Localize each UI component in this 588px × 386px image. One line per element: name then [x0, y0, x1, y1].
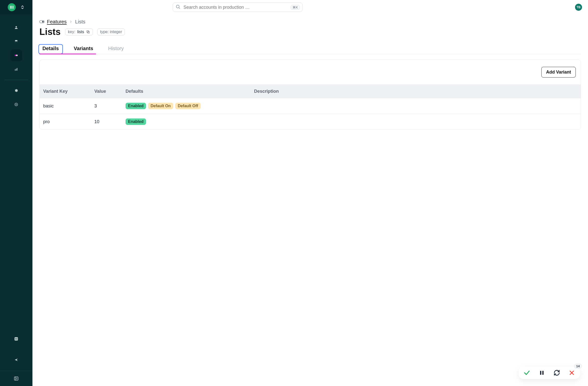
enabled-tag: Enabled [126, 103, 146, 109]
tab-focus-ring [38, 44, 63, 54]
cell-key: basic [40, 98, 91, 114]
type-chip: type: integer [97, 28, 125, 35]
svg-rect-1 [11, 6, 12, 9]
breadcrumb-root-link[interactable]: Features [47, 19, 67, 25]
default-tag: Default Off [175, 103, 201, 109]
cell-defaults: Enabled [122, 114, 251, 130]
environment-switcher-icon[interactable] [20, 5, 25, 9]
search-shortcut: ⌘K [291, 5, 300, 10]
pause-button[interactable] [538, 369, 546, 377]
cancel-button[interactable] [568, 369, 576, 377]
sidebar-item-users[interactable] [10, 21, 22, 33]
svg-rect-24 [540, 371, 541, 375]
type-chip-text: type: integer [100, 30, 122, 34]
cell-defaults: EnabledDefault OnDefault Off [122, 98, 251, 114]
col-defaults: Defaults [122, 85, 251, 98]
search-input[interactable] [183, 4, 288, 10]
svg-point-14 [16, 104, 17, 105]
copy-icon[interactable] [86, 30, 90, 34]
confirm-button[interactable] [523, 369, 531, 377]
topbar: ⌘K TB [32, 0, 588, 14]
feature-toggle-icon [39, 19, 44, 25]
tab-history[interactable]: History [105, 43, 127, 54]
svg-rect-2 [13, 6, 13, 9]
sidebar-item-features[interactable] [10, 49, 22, 61]
page-title: Lists [39, 27, 61, 37]
sidebar-collapse-button[interactable] [0, 371, 32, 386]
avatar[interactable]: TB [575, 4, 582, 11]
key-chip-value: lists [77, 30, 84, 34]
table-row[interactable]: pro10Enabled [40, 114, 581, 130]
enabled-tag: Enabled [126, 118, 146, 125]
sidebar-bottom [0, 333, 32, 371]
table-head-row: Variant Key Value Defaults Description [40, 85, 581, 98]
global-search[interactable]: ⌘K [173, 2, 302, 12]
content: Features Lists Lists key: lists type: in… [32, 14, 588, 134]
sidebar-item-code[interactable] [10, 333, 22, 345]
search-icon [175, 4, 180, 10]
svg-rect-12 [16, 69, 16, 71]
svg-rect-15 [14, 337, 18, 341]
svg-rect-25 [542, 371, 544, 375]
cell-description [251, 98, 581, 114]
sidebar-item-settings[interactable] [10, 85, 22, 96]
variants-panel: Add Variant Variant Key Value Defaults D… [39, 60, 581, 130]
cell-value: 3 [91, 98, 122, 114]
cell-description [251, 114, 581, 130]
variants-table: Variant Key Value Defaults Description b… [40, 85, 581, 129]
chevron-right-icon [69, 19, 73, 25]
tab-underline [39, 54, 96, 54]
sidebar [0, 0, 32, 386]
main: ⌘K TB Features Lists Lists key: [32, 0, 588, 386]
svg-rect-13 [17, 68, 17, 71]
title-row: Lists key: lists type: integer [39, 27, 581, 37]
breadcrumb: Features Lists [39, 19, 581, 25]
svg-point-9 [15, 55, 16, 56]
action-count-badge: 14 [574, 364, 582, 369]
brand-area [0, 0, 32, 14]
svg-rect-0 [10, 6, 11, 9]
breadcrumb-current: Lists [75, 19, 85, 25]
col-key: Variant Key [40, 85, 91, 98]
svg-rect-11 [15, 69, 15, 71]
panel-header: Add Variant [40, 60, 581, 85]
add-variant-button[interactable]: Add Variant [541, 67, 576, 78]
sidebar-item-data[interactable] [10, 35, 22, 47]
brand-logo[interactable] [8, 3, 16, 11]
sidebar-nav [0, 14, 32, 114]
action-toolbar: 14 [519, 367, 580, 379]
default-tag: Default On [148, 103, 173, 109]
cell-value: 10 [91, 114, 122, 130]
tab-variants[interactable]: Variants [71, 43, 96, 54]
svg-point-3 [15, 26, 17, 27]
refresh-button[interactable] [553, 369, 561, 377]
svg-point-10 [16, 55, 18, 56]
key-chip: key: lists [65, 28, 93, 35]
tabs: DetailsVariantsHistory [39, 43, 581, 54]
svg-rect-16 [14, 377, 18, 380]
sidebar-item-analytics[interactable] [10, 63, 22, 75]
sidebar-item-preferences[interactable] [10, 98, 22, 110]
col-description: Description [251, 85, 581, 98]
key-chip-label: key: [68, 30, 75, 34]
sidebar-separator [4, 80, 28, 80]
svg-point-21 [42, 21, 44, 23]
svg-rect-7 [15, 41, 17, 42]
svg-line-19 [179, 7, 180, 8]
table-row[interactable]: basic3EnabledDefault OnDefault Off [40, 98, 581, 114]
cell-key: pro [40, 114, 91, 130]
sidebar-item-send[interactable] [10, 354, 22, 366]
col-value: Value [91, 85, 122, 98]
